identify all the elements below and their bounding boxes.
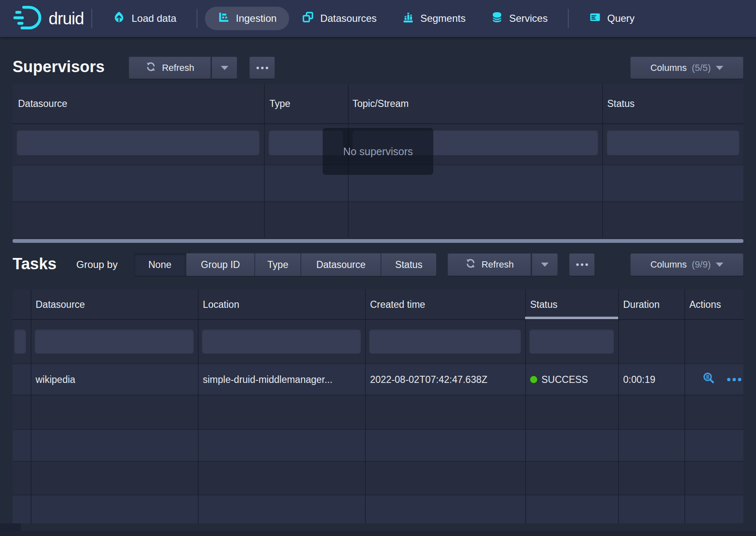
empty-table-row: [13, 461, 743, 494]
datasources-layers-icon: [302, 11, 314, 26]
nav-item-label: Segments: [420, 13, 466, 24]
tasks-table-header-row: Datasource Location Created time Status …: [13, 289, 743, 320]
column-divider: [365, 289, 366, 523]
query-console-icon: [589, 11, 601, 26]
supervisors-columns-button[interactable]: Columns (5/5): [630, 57, 743, 79]
group-by-group-id-button[interactable]: Group ID: [186, 253, 254, 276]
task-created-time-cell: 2022-08-02T07:42:47.638Z: [370, 374, 487, 385]
column-header-duration[interactable]: Duration: [623, 299, 660, 310]
column-header-actions[interactable]: Actions: [689, 299, 721, 310]
navbar-divider: [197, 9, 197, 28]
chevron-down-icon: [716, 66, 723, 70]
druid-logo-text: druid: [49, 9, 84, 28]
group-by-status-button[interactable]: Status: [381, 253, 436, 276]
column-header-location[interactable]: Location: [203, 299, 239, 310]
tasks-title: Tasks: [13, 255, 57, 273]
supervisors-more-button[interactable]: [249, 57, 275, 79]
datasource-filter-input[interactable]: [17, 130, 259, 155]
tasks-refresh-dropdown-button[interactable]: [532, 253, 558, 276]
task-status-text: SUCCESS: [541, 374, 588, 385]
supervisors-refresh-button[interactable]: Refresh: [129, 57, 211, 79]
supervisors-refresh-dropdown-button[interactable]: [212, 57, 237, 79]
druid-logo[interactable]: druid: [13, 5, 84, 32]
chevron-down-icon: [221, 66, 228, 70]
more-dots-icon: [576, 263, 588, 266]
empty-table-row: [13, 201, 743, 238]
nav-item-datasources[interactable]: Datasources: [289, 7, 389, 30]
empty-table-row: [13, 494, 743, 523]
refresh-label: Refresh: [482, 259, 514, 270]
success-status-dot-icon: [530, 376, 537, 383]
chevron-down-icon: [716, 263, 723, 267]
column-divider: [602, 84, 603, 238]
druid-console: druid Load data: [0, 0, 756, 536]
column-header-topic-stream[interactable]: Topic/Stream: [352, 98, 409, 109]
refresh-icon: [145, 61, 157, 75]
column-divider: [31, 289, 31, 523]
horizontal-scrollbar[interactable]: [13, 239, 743, 243]
task-datasource-cell: wikipedia: [36, 374, 75, 385]
nav-item-label: Services: [509, 13, 548, 24]
group-by-type-button[interactable]: Type: [254, 253, 300, 276]
supervisors-title: Supervisors: [13, 58, 105, 76]
nav-item-services[interactable]: Services: [478, 7, 560, 30]
ingestion-chart-icon: [217, 11, 230, 26]
column-header-type[interactable]: Type: [269, 98, 290, 109]
column-divider: [618, 289, 619, 523]
top-navbar: druid Load data: [0, 0, 756, 37]
chevron-down-icon: [541, 263, 549, 267]
status-filter-input[interactable]: [529, 329, 614, 354]
status-filter-input[interactable]: [607, 130, 739, 155]
task-row-wikipedia[interactable]: wikipedia simple-druid-middlemanager... …: [13, 363, 743, 395]
task-status-cell: SUCCESS: [530, 374, 588, 385]
column-header-status[interactable]: Status: [607, 98, 634, 109]
column-header-datasource[interactable]: Datasource: [18, 98, 67, 109]
nav-item-label: Datasources: [320, 13, 377, 24]
task-location-cell: simple-druid-middlemanager...: [203, 374, 332, 385]
empty-table-row: [13, 395, 743, 429]
upload-icon: [112, 10, 126, 26]
location-filter-input[interactable]: [202, 329, 361, 354]
group-by-none-button[interactable]: None: [134, 253, 186, 276]
nav-item-load-data[interactable]: Load data: [100, 7, 189, 30]
task-actions-more-icon[interactable]: [727, 378, 741, 381]
created-time-filter-input[interactable]: [369, 329, 521, 354]
expander-filter-input[interactable]: [14, 329, 26, 354]
nav-item-ingestion[interactable]: Ingestion: [205, 7, 289, 30]
no-supervisors-overlay: No supervisors: [323, 128, 433, 175]
empty-table-row: [13, 429, 743, 461]
column-divider: [525, 289, 526, 523]
task-duration-cell: 0:00:19: [623, 374, 655, 385]
nav-item-query[interactable]: Query: [576, 7, 647, 30]
navbar-divider: [568, 9, 569, 28]
segments-bars-icon: [402, 11, 414, 26]
nav-item-segments[interactable]: Segments: [389, 7, 478, 30]
druid-logo-icon: [13, 5, 44, 32]
nav-item-label: Load data: [132, 13, 176, 24]
services-database-icon: [491, 11, 503, 26]
task-actions-cell: [702, 371, 741, 388]
datasource-filter-input[interactable]: [35, 329, 194, 354]
columns-count: (5/5): [692, 62, 711, 73]
column-header-created-time[interactable]: Created time: [370, 299, 425, 310]
tasks-columns-button[interactable]: Columns (9/9): [630, 253, 743, 276]
column-divider: [198, 289, 199, 523]
refresh-icon: [465, 258, 476, 272]
column-header-status[interactable]: Status: [530, 299, 557, 310]
column-divider: [684, 289, 685, 523]
column-header-datasource[interactable]: Datasource: [36, 299, 85, 310]
columns-label: Columns: [650, 62, 687, 73]
empty-message: No supervisors: [343, 146, 413, 158]
tasks-refresh-button[interactable]: Refresh: [448, 253, 531, 276]
supervisors-table-header-row: Datasource Type Topic/Stream Status: [13, 84, 743, 124]
sort-indicator-status: [525, 317, 618, 319]
nav-item-label: Ingestion: [236, 13, 277, 24]
page-footer-strip: [0, 531, 756, 536]
navbar-divider: [91, 9, 92, 28]
tasks-more-button[interactable]: [569, 253, 595, 276]
group-by-button-group: None Group ID Type Datasource Status: [134, 253, 436, 276]
task-detail-magnifier-icon[interactable]: [702, 371, 716, 388]
group-by-label: Group by: [76, 259, 118, 271]
columns-label: Columns: [650, 259, 687, 270]
group-by-datasource-button[interactable]: Datasource: [300, 253, 381, 276]
